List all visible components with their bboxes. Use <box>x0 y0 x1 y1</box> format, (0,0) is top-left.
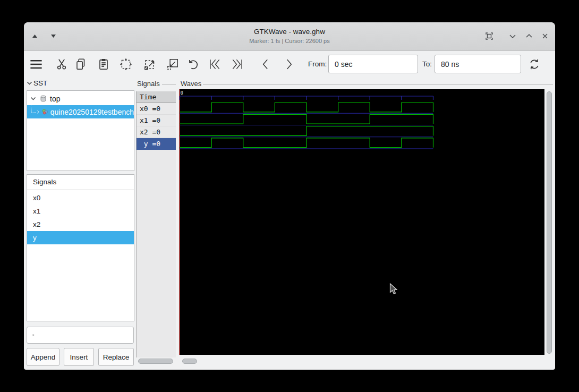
paste-icon[interactable] <box>97 57 110 71</box>
trace-x1 <box>180 114 433 124</box>
trace-x2 <box>180 126 433 136</box>
close-icon[interactable] <box>539 30 551 42</box>
time-column-header[interactable]: Time <box>137 91 176 103</box>
time-origin-label: 0 <box>181 90 183 96</box>
signal-browser: Signals x0 x1 x2 y <box>27 174 134 321</box>
sst-tree-item-top[interactable]: top <box>27 92 134 105</box>
list-item[interactable]: x0 <box>27 191 134 204</box>
chevron-right-icon <box>36 109 40 115</box>
next-edge-icon[interactable] <box>282 57 296 71</box>
tree-item-label: top <box>50 95 60 103</box>
from-input[interactable] <box>328 55 418 73</box>
waves-frame-label: Waves <box>181 80 201 88</box>
from-label: From: <box>308 60 327 68</box>
frame-line <box>162 84 176 84</box>
signal-value-row[interactable]: x1 =0 <box>137 115 176 126</box>
sst-tree: top quine20250129testbench <box>27 90 134 171</box>
undo-icon[interactable] <box>186 57 200 71</box>
window-title: GTKWave - wave.ghw <box>24 28 555 36</box>
reload-icon[interactable] <box>527 57 541 71</box>
waves-vscrollbar[interactable] <box>546 90 552 357</box>
minimize-icon[interactable] <box>506 30 519 42</box>
signals-column: Time x0 =0 x1 =0 x2 =0 y =0 <box>136 91 176 357</box>
sst-expander[interactable]: SST <box>27 79 47 87</box>
sst-header-label: SST <box>33 79 47 87</box>
insert-button[interactable]: Insert <box>64 348 94 366</box>
sst-tree-item-testbench[interactable]: quine20250129testbench <box>27 105 134 118</box>
search-icon <box>32 331 35 339</box>
previous-edge-icon[interactable] <box>259 57 273 71</box>
titlebar[interactable]: GTKWave - wave.ghw Marker: 1 fs | Cursor… <box>24 22 555 51</box>
skip-to-end-icon[interactable] <box>231 57 244 71</box>
list-item[interactable]: x1 <box>27 204 134 218</box>
signal-browser-header: Signals <box>27 175 134 190</box>
signal-search-box[interactable] <box>27 327 134 344</box>
trace-x0 <box>180 103 433 112</box>
frame-line <box>203 84 553 84</box>
chevron-down-icon <box>30 96 36 101</box>
trace-y <box>180 138 433 148</box>
menu-icon[interactable] <box>28 56 44 72</box>
tree-item-label: quine20250129testbench <box>50 108 134 116</box>
mouse-cursor <box>389 283 399 296</box>
replace-button[interactable]: Replace <box>98 348 134 366</box>
chevron-down-icon <box>27 80 32 86</box>
signals-hscrollbar[interactable] <box>138 359 173 364</box>
waves-hscrollbar[interactable] <box>182 359 197 364</box>
copy-icon[interactable] <box>74 57 88 71</box>
signal-value-row-selected[interactable]: y =0 <box>137 138 176 150</box>
signal-value-row[interactable]: x2 =0 <box>137 126 176 138</box>
scrollbar-thumb[interactable] <box>547 91 552 354</box>
gtkwave-window: GTKWave - wave.ghw Marker: 1 fs | Cursor… <box>24 22 555 370</box>
marker-cursor-status: Marker: 1 fs | Cursor: 22600 ps <box>24 38 555 44</box>
list-item[interactable]: x2 <box>27 218 134 231</box>
list-item-selected[interactable]: y <box>27 231 134 244</box>
waveform-plot: 0 <box>179 89 544 355</box>
to-label: To: <box>422 60 432 68</box>
fullscreen-icon[interactable] <box>483 30 496 42</box>
maximize-icon[interactable] <box>523 30 535 42</box>
zoom-in-icon[interactable] <box>143 57 157 71</box>
module-icon <box>39 95 47 103</box>
signals-frame-label: Signals <box>137 80 160 88</box>
zoom-fit-icon[interactable] <box>119 57 133 71</box>
scope-icon <box>42 107 48 116</box>
zoom-out-icon[interactable] <box>166 57 180 71</box>
tree-connector <box>31 106 36 113</box>
to-input[interactable] <box>435 55 521 73</box>
skip-to-start-icon[interactable] <box>208 57 222 71</box>
search-input[interactable] <box>38 331 133 340</box>
wave-canvas[interactable]: 0 <box>179 89 544 355</box>
cut-icon[interactable] <box>55 57 69 71</box>
signal-value-row[interactable]: x0 =0 <box>137 103 176 115</box>
append-button[interactable]: Append <box>27 348 59 366</box>
